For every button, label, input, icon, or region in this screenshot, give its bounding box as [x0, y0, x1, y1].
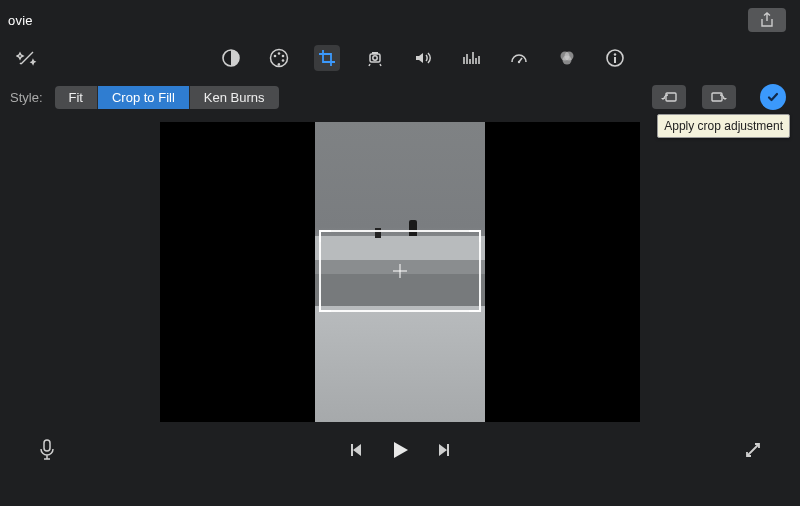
style-row: Style: Fit Crop to Fill Ken Burns Apply … — [6, 76, 794, 122]
style-ken-burns-button[interactable]: Ken Burns — [189, 86, 279, 109]
play-icon — [389, 439, 411, 461]
color-correction-icon — [557, 48, 577, 68]
style-crop-to-fill-button[interactable]: Crop to Fill — [97, 86, 189, 109]
svg-rect-8 — [372, 52, 378, 54]
color-balance-button[interactable] — [218, 45, 244, 71]
expand-icon — [744, 441, 762, 459]
stabilize-icon — [365, 48, 385, 68]
speed-button[interactable] — [506, 45, 532, 71]
info-button[interactable] — [602, 45, 628, 71]
crop-icon — [317, 48, 337, 68]
volume-icon — [413, 48, 433, 68]
color-palette-button[interactable] — [266, 45, 292, 71]
color-balance-icon — [221, 48, 241, 68]
rotate-cw-button[interactable] — [702, 85, 736, 109]
magic-wand-icon — [16, 47, 38, 69]
adjustments-toolbar — [6, 40, 794, 76]
svg-point-4 — [282, 55, 285, 58]
next-button[interactable] — [437, 442, 453, 458]
share-button[interactable] — [748, 8, 786, 32]
playback-controls — [347, 439, 453, 461]
checkmark-icon — [766, 90, 780, 104]
magic-wand-button[interactable] — [14, 45, 40, 71]
style-fit-button[interactable]: Fit — [55, 86, 97, 109]
svg-point-3 — [278, 52, 281, 55]
share-icon — [760, 12, 774, 28]
svg-rect-15 — [614, 57, 616, 63]
svg-rect-17 — [712, 93, 722, 101]
style-segmented-control: Fit Crop to Fill Ken Burns — [55, 86, 279, 109]
skip-forward-icon — [437, 442, 453, 458]
speed-icon — [509, 48, 529, 68]
tool-icons-group — [144, 45, 702, 71]
equalizer-button[interactable] — [458, 45, 484, 71]
crop-handle-br[interactable] — [469, 300, 481, 312]
svg-rect-16 — [666, 93, 676, 101]
stabilize-button[interactable] — [362, 45, 388, 71]
style-label: Style: — [10, 90, 43, 105]
equalizer-icon — [461, 48, 481, 68]
preview-area — [6, 122, 794, 422]
svg-point-5 — [282, 59, 285, 62]
voiceover-button[interactable] — [34, 438, 60, 462]
crop-handle-tl[interactable] — [319, 230, 331, 242]
volume-button[interactable] — [410, 45, 436, 71]
svg-point-12 — [563, 56, 572, 65]
crop-handle-bl[interactable] — [319, 300, 331, 312]
crop-button[interactable] — [314, 45, 340, 71]
transport-bar — [6, 422, 794, 478]
color-palette-icon — [268, 47, 290, 69]
crop-handle-tr[interactable] — [469, 230, 481, 242]
svg-point-14 — [614, 53, 616, 55]
svg-point-9 — [518, 61, 520, 63]
info-icon — [605, 48, 625, 68]
fullscreen-button[interactable] — [740, 441, 766, 459]
apply-crop-tooltip: Apply crop adjustment — [657, 114, 790, 138]
svg-point-7 — [373, 56, 377, 60]
video-clip — [315, 122, 485, 422]
app-root: ovie — [0, 0, 800, 506]
play-button[interactable] — [389, 439, 411, 461]
previous-button[interactable] — [347, 442, 363, 458]
rotate-ccw-button[interactable] — [652, 85, 686, 109]
svg-rect-18 — [44, 440, 50, 451]
svg-point-2 — [274, 55, 277, 58]
rotate-cw-icon — [709, 90, 729, 104]
crop-center-crosshair — [393, 264, 407, 278]
microphone-icon — [38, 438, 56, 462]
rotate-ccw-icon — [659, 90, 679, 104]
titlebar: ovie — [6, 6, 794, 40]
apply-crop-button[interactable]: Apply crop adjustment — [760, 84, 786, 110]
color-correction-button[interactable] — [554, 45, 580, 71]
window-title: ovie — [8, 13, 33, 28]
crop-box[interactable] — [319, 230, 481, 312]
video-preview[interactable] — [160, 122, 640, 422]
skip-back-icon — [347, 442, 363, 458]
